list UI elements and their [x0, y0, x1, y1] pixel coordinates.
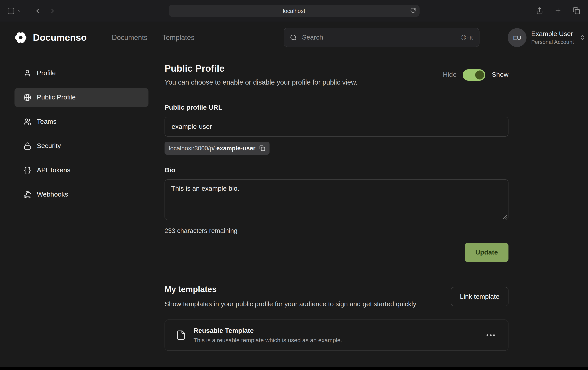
- search-icon: [290, 34, 297, 41]
- user-icon: [23, 69, 31, 77]
- section-divider: [165, 94, 508, 94]
- new-tab-button[interactable]: [554, 6, 563, 15]
- file-icon: [176, 330, 186, 340]
- window-bottom-edge: [0, 367, 588, 370]
- public-url-slug: example-user: [216, 145, 255, 152]
- lock-icon: [23, 142, 31, 150]
- chevron-left-icon: [34, 7, 42, 15]
- address-bar[interactable]: localhost: [169, 5, 419, 17]
- template-name: Reusable Template: [194, 327, 342, 335]
- forward-button[interactable]: [48, 6, 57, 15]
- bio-textarea[interactable]: This is an example bio.: [165, 179, 508, 220]
- sidebar-item-label: Public Profile: [37, 93, 76, 101]
- reload-icon: [410, 7, 416, 13]
- panel-left-icon: [7, 7, 15, 15]
- public-profile-panel: Public Profile You can choose to enable …: [165, 63, 508, 351]
- sidebar-item-teams[interactable]: Teams: [14, 112, 148, 131]
- update-button[interactable]: Update: [465, 243, 508, 262]
- template-card: Reusable Template This is a reusable tem…: [165, 320, 508, 351]
- template-more-options-button[interactable]: [484, 332, 497, 339]
- sidebar-item-label: Teams: [37, 118, 56, 126]
- tab-overview-button[interactable]: [572, 6, 581, 15]
- sidebar-item-webhooks[interactable]: Webhooks: [14, 185, 148, 204]
- chevron-right-icon: [49, 7, 56, 15]
- sidebar-item-label: Webhooks: [37, 191, 68, 198]
- sidebar-item-label: Profile: [37, 69, 56, 77]
- template-description: This is a reusable template which is use…: [194, 337, 342, 344]
- chevrons-up-down-icon: [579, 34, 586, 41]
- browser-toolbar: localhost: [0, 0, 588, 21]
- my-templates-description: Show templates in your public profile fo…: [165, 299, 416, 309]
- profile-url-label: Public profile URL: [165, 104, 508, 112]
- app-header: Documenso Documents Templates ⌘+K EU Exa…: [0, 21, 588, 54]
- reload-button[interactable]: [410, 7, 416, 13]
- chevron-down-icon: [17, 9, 21, 13]
- visibility-toggle-row: Hide Show: [443, 69, 508, 81]
- documenso-logo-icon: [14, 31, 28, 45]
- brand-name: Documenso: [33, 32, 87, 43]
- globe-icon: [23, 93, 31, 101]
- top-nav: Documents Templates: [112, 33, 195, 42]
- public-url-prefix: localhost:3000/p/: [169, 145, 215, 152]
- sidebar-menu-chevron[interactable]: [16, 8, 22, 13]
- address-bar-url: localhost: [283, 8, 305, 14]
- characters-remaining: 233 characters remaining: [165, 227, 508, 235]
- page-subtitle: You can choose to enable or disable your…: [165, 78, 357, 87]
- page-title: Public Profile: [165, 63, 357, 74]
- nav-documents[interactable]: Documents: [112, 33, 147, 42]
- user-account-type: Personal Account: [531, 39, 574, 46]
- toggle-knob: [475, 70, 484, 79]
- settings-sidebar: Profile Public Profile Teams Security: [14, 64, 148, 351]
- share-icon: [536, 7, 543, 14]
- resize-handle-icon[interactable]: [503, 215, 507, 219]
- sidebar-toggle-button[interactable]: [6, 6, 16, 15]
- sidebar-item-security[interactable]: Security: [14, 137, 148, 155]
- bio-label: Bio: [165, 166, 508, 174]
- user-menu[interactable]: EU Example User Personal Account: [508, 28, 586, 47]
- hide-label: Hide: [443, 71, 457, 79]
- more-options-icon: [486, 335, 488, 336]
- webhook-icon: [23, 191, 31, 198]
- avatar: EU: [508, 28, 526, 47]
- link-template-button[interactable]: Link template: [451, 287, 508, 306]
- show-label: Show: [492, 71, 508, 79]
- copy-icon[interactable]: [259, 145, 265, 151]
- profile-visibility-toggle[interactable]: [463, 69, 485, 81]
- brand-logo-link[interactable]: Documenso: [14, 31, 87, 45]
- sidebar-item-api-tokens[interactable]: API Tokens: [14, 161, 148, 180]
- browser-window: localhost: [0, 0, 588, 370]
- share-button[interactable]: [535, 6, 544, 15]
- braces-icon: [23, 166, 31, 174]
- back-button[interactable]: [33, 6, 42, 15]
- search-box[interactable]: ⌘+K: [284, 28, 480, 47]
- plus-icon: [554, 7, 562, 14]
- profile-url-input[interactable]: [165, 117, 508, 137]
- sidebar-item-profile[interactable]: Profile: [14, 64, 148, 82]
- sidebar-item-public-profile[interactable]: Public Profile: [14, 88, 148, 107]
- search-shortcut-badge: ⌘+K: [461, 34, 473, 41]
- users-icon: [23, 118, 31, 126]
- public-url-copy-badge[interactable]: localhost:3000/p/example-user: [165, 142, 270, 155]
- sidebar-item-label: Security: [37, 142, 61, 150]
- tabs-icon: [573, 7, 580, 14]
- my-templates-title: My templates: [165, 285, 416, 294]
- search-input[interactable]: [301, 33, 457, 42]
- nav-templates[interactable]: Templates: [162, 33, 195, 42]
- user-name: Example User: [531, 30, 574, 38]
- sidebar-item-label: API Tokens: [37, 166, 70, 174]
